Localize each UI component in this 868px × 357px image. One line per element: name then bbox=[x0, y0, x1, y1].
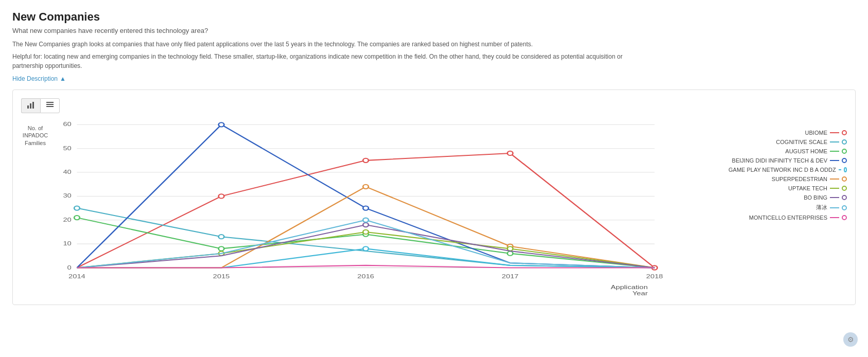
svg-rect-4 bbox=[46, 104, 54, 105]
chart-container: No. ofINPADOCFamilies 60 50 40 30 20 bbox=[12, 90, 856, 305]
table-view-button[interactable] bbox=[40, 98, 60, 113]
chart-wrapper: 60 50 40 30 20 10 0 2014 2015 2016 2017 … bbox=[49, 119, 723, 296]
svg-point-28 bbox=[219, 194, 224, 198]
legend-label: UBIOME bbox=[805, 130, 827, 136]
svg-text:50: 50 bbox=[63, 145, 71, 151]
legend-item-beijing-didi: BEIJING DIDI INFINITY TECH & DEV bbox=[728, 157, 847, 164]
legend-item-monticello: MONTICELLO ENTERPRISES bbox=[728, 215, 847, 221]
svg-point-46 bbox=[363, 223, 369, 227]
legend-item-ubiome: UBIOME bbox=[728, 130, 847, 136]
svg-point-37 bbox=[508, 252, 513, 256]
bar-chart-button[interactable] bbox=[21, 98, 40, 113]
legend-label: BO BING bbox=[804, 194, 827, 201]
svg-text:60: 60 bbox=[63, 121, 71, 128]
svg-point-32 bbox=[74, 206, 80, 210]
svg-rect-3 bbox=[46, 102, 54, 103]
svg-text:30: 30 bbox=[63, 192, 71, 199]
legend-label: UPTAKE TECH bbox=[788, 185, 827, 191]
page-title: New Companies bbox=[12, 10, 856, 24]
svg-text:40: 40 bbox=[63, 169, 71, 175]
legend-label: MONTICELLO ENTERPRISES bbox=[749, 215, 827, 221]
legend-label: GAME PLAY NETWORK INC D B A ODDZ bbox=[728, 167, 836, 173]
svg-text:2016: 2016 bbox=[357, 273, 374, 280]
svg-point-29 bbox=[363, 158, 369, 163]
svg-point-30 bbox=[508, 151, 513, 155]
svg-rect-5 bbox=[46, 106, 54, 107]
legend-item-bo-bing: BO BING bbox=[728, 194, 847, 201]
legend-item-august-home: AUGUST HOME bbox=[728, 148, 847, 154]
svg-point-33 bbox=[219, 235, 224, 239]
legend-label: 薄冰 bbox=[816, 204, 827, 211]
svg-rect-1 bbox=[30, 103, 31, 109]
svg-point-35 bbox=[219, 246, 224, 251]
legend-label: SUPERPEDESTRIAN bbox=[772, 176, 827, 182]
y-axis-label: No. ofINPADOCFamilies bbox=[21, 119, 49, 147]
svg-point-41 bbox=[363, 185, 369, 189]
svg-point-45 bbox=[508, 246, 513, 251]
legend-label: AUGUST HOME bbox=[785, 148, 827, 154]
description-line1: The New Companies graph looks at compani… bbox=[12, 40, 630, 49]
legend-item-uptake-tech: UPTAKE TECH bbox=[728, 185, 847, 191]
legend-label: COGNITIVE SCALE bbox=[776, 139, 827, 145]
bar-chart-icon bbox=[27, 102, 35, 110]
svg-text:0: 0 bbox=[67, 264, 72, 271]
chart-legend: UBIOME COGNITIVE SCALE AUGUST HOME BEIJI… bbox=[723, 119, 847, 224]
svg-point-47 bbox=[363, 218, 369, 222]
table-icon bbox=[46, 102, 54, 110]
svg-rect-0 bbox=[27, 105, 29, 109]
svg-point-39 bbox=[363, 206, 369, 210]
svg-text:2018: 2018 bbox=[646, 273, 663, 280]
svg-text:10: 10 bbox=[63, 240, 71, 247]
chart-toolbar bbox=[21, 98, 847, 113]
svg-point-38 bbox=[219, 122, 224, 127]
svg-text:Year: Year bbox=[632, 290, 648, 297]
hide-description-button[interactable]: Hide Description ▲ bbox=[12, 75, 66, 82]
svg-text:Application: Application bbox=[611, 283, 648, 290]
svg-point-44 bbox=[363, 230, 369, 234]
chart-area: No. ofINPADOCFamilies 60 50 40 30 20 bbox=[21, 119, 847, 296]
legend-item-cognitive-scale: COGNITIVE SCALE bbox=[728, 139, 847, 145]
legend-item-superpedestrian: SUPERPEDESTRIAN bbox=[728, 176, 847, 182]
chevron-up-icon: ▲ bbox=[60, 75, 66, 82]
legend-item-gameplay: GAME PLAY NETWORK INC D B A ODDZ bbox=[728, 167, 847, 173]
svg-rect-2 bbox=[32, 102, 34, 109]
svg-point-40 bbox=[363, 246, 369, 251]
svg-text:20: 20 bbox=[63, 216, 71, 223]
svg-point-34 bbox=[74, 216, 80, 220]
legend-label: BEIJING DIDI INFINITY TECH & DEV bbox=[732, 157, 827, 164]
description-line2: Helpful for: locating new and emerging c… bbox=[12, 52, 630, 70]
svg-text:2015: 2015 bbox=[213, 273, 230, 280]
svg-text:2014: 2014 bbox=[68, 273, 85, 280]
svg-text:2017: 2017 bbox=[502, 273, 519, 280]
legend-item-baoping: 薄冰 bbox=[728, 204, 847, 211]
page-subtitle: What new companies have recently entered… bbox=[12, 27, 856, 34]
